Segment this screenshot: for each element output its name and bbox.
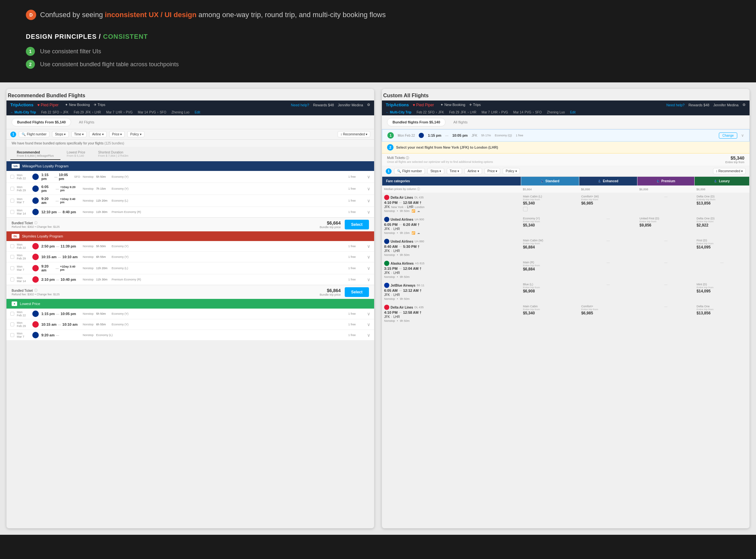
dl-icon-3 — [32, 265, 39, 271]
ua-icon-2 — [32, 185, 39, 192]
right-tab-bundled[interactable]: Bundled flights From $5,140 — [387, 118, 445, 126]
dl-fare-icon-2 — [384, 305, 389, 310]
right-expand-icon[interactable]: ∨ — [741, 133, 744, 138]
left-sky-flight-1-expand[interactable]: ∨ — [367, 244, 370, 249]
left-mp-flight-1-expand[interactable]: ∨ — [367, 174, 370, 179]
left-skymiles-header: DL Skymiles Loyalty Program — [6, 231, 374, 241]
left-price-filter[interactable]: Price ▾ — [109, 131, 125, 137]
left-multi-city[interactable]: ← Multi-City Trip — [10, 111, 36, 114]
left-mp-flight-2-expand[interactable]: ∨ — [367, 186, 370, 191]
left-nav-new-booking[interactable]: ✦ New Booking — [65, 103, 90, 107]
right-next-flight-banner: 2 Select your next flight from New York … — [382, 141, 750, 154]
left-rewards: Rewards $48 — [313, 103, 334, 107]
right-selected-airline-icon — [419, 133, 424, 138]
principle-item-1: 1 Use consistent filter UIs — [26, 47, 730, 56]
right-need-help[interactable]: Need help? — [666, 103, 685, 107]
right-sort-btn[interactable]: ↕ Recommended ▾ — [713, 168, 746, 174]
fare-row-5: Delta Air Lines DL 435 4:10 PM — 12:58 A… — [382, 303, 750, 325]
left-nav-links: ✦ New Booking ✈ Trips — [65, 103, 105, 107]
low-icon-2 — [32, 321, 39, 328]
right-change-btn[interactable]: Change — [719, 133, 737, 139]
right-airline-filter[interactable]: Airline ▾ — [464, 168, 482, 174]
right-nav-links: ✦ New Booking ✈ Trips — [440, 103, 481, 107]
right-tab-all[interactable]: All flights — [448, 118, 473, 126]
left-sky-select-btn[interactable]: Select — [345, 287, 369, 297]
right-multi-city[interactable]: ← Multi-City Trip — [386, 111, 411, 114]
left-mp-flight-3-expand[interactable]: ∨ — [367, 198, 370, 203]
fare-row-3: Alaska Airlines AS 815 3:15 PM — 12:04 A… — [382, 259, 750, 281]
left-tab-bundled[interactable]: Bundled Flights From $5,140 — [12, 118, 71, 126]
left-need-help[interactable]: Need help? — [291, 103, 309, 107]
left-sky-flight-1: MonFeb 22 2:50 pm — 11:39 pm Nonstop 5h … — [6, 241, 374, 252]
left-mp-flight-1: MonFeb 22 1:15 pm — 10:05 pm SFO Nonstop… — [6, 171, 374, 183]
right-flight-number-input[interactable]: 🔍 Flight number — [394, 168, 425, 174]
right-leg-3: Mar 7 LHR › PVG — [482, 111, 508, 114]
left-bundle-tab-lowest[interactable]: Lowest Price From $ 5,140 — [61, 149, 92, 160]
right-nav-new-booking[interactable]: ✦ New Booking — [440, 103, 465, 107]
principle-badge-2: 2 — [26, 60, 35, 69]
right-stops-filter[interactable]: Stops ▾ — [428, 168, 444, 174]
left-search-icon: 🔍 — [22, 133, 25, 136]
right-ta-brand: ♥ Pied Piper — [413, 103, 434, 107]
left-leg-3: Mar 7 LHR › PVG — [106, 111, 133, 114]
fare-checkbox[interactable] — [523, 207, 528, 211]
right-fare-table-container: Fare categories 💺 Standard 💺 Enhanced 💺 … — [382, 176, 750, 325]
right-leg-4: Mar 14 PVG › SFO — [513, 111, 542, 114]
right-filter-bar: 1 🔍 Flight number Stops ▾ Time ▾ Airline… — [382, 166, 750, 176]
left-sky-footer: Bundled Ticket ⓘ Refund fee: $302 • Chan… — [6, 285, 374, 299]
principle-text-2: Use consistent bundled flight table acro… — [40, 61, 179, 68]
left-bundle-tab-shortest[interactable]: Shortest Duration From $ 7,664 | 27h43m — [92, 149, 135, 160]
principle-item-2: 2 Use consistent bundled flight table ac… — [26, 60, 730, 69]
left-low-flight-2-expand[interactable]: ∨ — [367, 322, 370, 327]
left-mileageplus-section: UA MileagePlus Loyalty Program MonFeb 22… — [6, 161, 374, 231]
low-icon-3 — [32, 332, 39, 338]
jb-fare-icon — [384, 283, 389, 288]
fare-row-0: Delta Air Lines DL 435 4:10 PM — 12:58 A… — [382, 193, 750, 215]
right-price-filter[interactable]: Price ▾ — [485, 168, 500, 174]
left-nav-trips[interactable]: ✈ Trips — [94, 103, 105, 107]
left-airline-filter[interactable]: Airline ▾ — [89, 131, 107, 137]
fare-col-standard: 💺 Standard — [521, 177, 579, 186]
right-edit-link[interactable]: Edit — [570, 111, 575, 114]
left-mp-select-btn[interactable]: Select — [345, 220, 369, 229]
left-nav-right: Need help? Rewards $48 Jennifer Medina ⚙ — [291, 103, 370, 107]
left-leg-2: Feb 29 JFK › LHR — [74, 111, 101, 114]
left-low-flight-3-expand[interactable]: ∨ — [367, 333, 370, 338]
left-sky-flight-4-expand[interactable]: ∨ — [367, 277, 370, 282]
left-tab-all[interactable]: All Flights — [74, 118, 99, 126]
right-nav-trips[interactable]: ✈ Trips — [469, 103, 481, 107]
left-policy-filter[interactable]: Policy ▾ — [127, 131, 144, 137]
right-user: Jennifer Medina — [713, 103, 738, 107]
right-time-filter[interactable]: Time ▾ — [447, 168, 462, 174]
left-time-filter[interactable]: Time ▾ — [71, 131, 87, 137]
right-panel: Custom All Flights TripActions ♥ Pied Pi… — [382, 89, 750, 528]
left-mileageplus-header: UA MileagePlus Loyalty Program — [6, 161, 374, 171]
left-edit-link[interactable]: Edit — [194, 111, 200, 114]
right-trip-nav: ← Multi-City Trip Feb 22 SFO › JFK Feb 2… — [382, 109, 750, 115]
ua-fare-icon-2 — [384, 239, 389, 244]
right-rewards: Rewards $48 — [688, 103, 709, 107]
left-sky-flight-2-expand[interactable]: ∨ — [367, 254, 370, 260]
right-filter-badge: 1 — [386, 169, 392, 174]
left-sky-flight-3-expand[interactable]: ∨ — [367, 266, 370, 271]
fare-col-enhanced: 💺 Enhanced — [579, 177, 637, 186]
left-low-flight-3: MonMar 7 9:20 am — Nonstop Economy (L) 1… — [6, 330, 374, 340]
left-ta-logo: TripActions — [10, 103, 33, 107]
left-mp-flight-4-expand[interactable]: ∨ — [367, 209, 370, 215]
left-settings-icon[interactable]: ⚙ — [367, 103, 370, 107]
fare-col-luxury: 💺 Luxury — [694, 177, 749, 186]
right-policy-filter[interactable]: Policy ▾ — [503, 168, 520, 174]
left-flight-number-input[interactable]: 🔍 Flight number — [19, 131, 49, 137]
left-mileageplus-flights: MonFeb 22 1:15 pm — 10:05 pm SFO Nonstop… — [6, 171, 374, 218]
ua-fare-icon — [384, 217, 389, 222]
left-bundle-tab-recommended[interactable]: Recommended From $ 6,664 | MileagePlus — [10, 149, 61, 160]
right-settings-icon[interactable]: ⚙ — [742, 103, 746, 107]
left-trip-user: Zhening Luo — [171, 111, 190, 114]
left-bundle-tabs: Recommended From $ 6,664 | MileagePlus L… — [6, 147, 374, 161]
left-low-flight-1-expand[interactable]: ∨ — [367, 311, 370, 316]
left-stops-filter[interactable]: Stops ▾ — [52, 131, 68, 137]
left-sort-btn[interactable]: ↕ Recommended ▾ — [338, 131, 370, 137]
as-fare-icon — [384, 261, 389, 266]
left-lowest-flights: MonFeb 22 1:15 pm — 10:05 pm Nonstop 5h … — [6, 309, 374, 340]
left-flight-tabs: Bundled Flights From $5,140 All Flights — [6, 115, 374, 129]
